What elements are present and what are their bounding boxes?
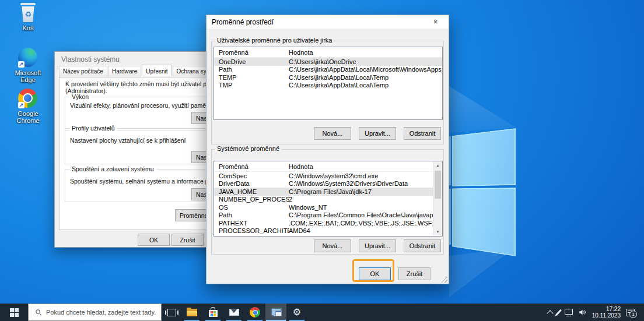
task-view-icon [167,309,176,316]
system-delete-button[interactable]: Odstranit [404,239,441,252]
wallpaper-logo-pane-top [452,128,516,186]
system-new-button[interactable]: Nová... [314,239,351,252]
taskbar-app-settings[interactable]: ⚙ [286,304,307,321]
var-value: C:\Windows\system32\cmd.exe [289,172,433,179]
var-value: 2 [289,196,433,203]
table-row[interactable]: Path C:\Program Files\Common Files\Oracl… [214,211,433,220]
var-value: C:\Program Files\Common Files\Oracle\Jav… [289,211,433,218]
edge-icon: ↗ [18,48,38,68]
settings-gear-icon: ⚙ [293,308,301,317]
scrollbar[interactable]: ▲ ▼ [433,161,442,236]
taskbar-app-store[interactable] [202,304,223,321]
table-row[interactable]: ComSpec C:\Windows\system32\cmd.exe [214,172,433,180]
table-row[interactable]: OS Windows_NT [214,203,433,211]
system-properties-icon [271,308,282,317]
taskbar-search-box[interactable] [28,304,162,321]
table-row-selected[interactable]: OneDrive C:\Users\jirka\OneDrive [214,58,442,66]
table-row[interactable]: TEMP C:\Users\jirka\AppData\Local\Temp [214,73,442,82]
env-cancel-button[interactable]: Zrušit [398,267,430,280]
microsoft-store-icon [209,310,218,317]
table-row[interactable]: TMP C:\Users\jirka\AppData\Local\Temp [214,82,442,90]
column-header: Proměnná [214,163,289,170]
taskbar-clock[interactable]: 17:22 10.11.2023 [592,306,621,319]
screen: ♻ Koš ↗ Microsoft Edge ↗ Google Chrome V… [0,0,644,321]
task-view-button[interactable] [162,304,181,321]
group-title: Výkon [69,93,91,100]
tab-hardware[interactable]: Hardware [108,66,141,77]
column-header: Proměnná [214,49,289,56]
var-name: TEMP [214,74,289,81]
search-input[interactable] [46,309,161,316]
table-row[interactable]: NUMBER_OF_PROCESSORS 2 [214,196,433,204]
var-value: C:\Windows\System32\Drivers\DriverData [289,180,433,187]
hidden-icons-chevron-icon[interactable] [547,310,553,316]
table-row-selected[interactable]: JAVA_HOME C:\Program Files\Java\jdk-17 [214,188,433,196]
tab-advanced[interactable]: Upřesnit [142,65,172,76]
user-new-button[interactable]: Nová... [314,127,351,140]
var-name: PATHEXT [214,220,289,227]
notification-badge: 1 [629,311,637,318]
chrome-icon [250,307,260,318]
scroll-up-icon[interactable]: ▲ [433,161,442,170]
tab-computer-name[interactable]: Název počítače [59,66,107,77]
var-value: C:\Users\jirka\AppData\Local\Microsoft\W… [289,66,442,73]
var-name: Path [214,211,289,218]
desktop-icon-label: Google [9,110,47,117]
network-icon[interactable] [565,309,573,315]
taskbar-app-file-explorer[interactable] [181,304,202,321]
windows-logo-icon [10,308,19,317]
taskbar-app-chrome[interactable] [244,304,265,321]
var-value: C:\Users\jirka\AppData\Local\Temp [289,82,442,89]
column-header: Hodnota [289,49,442,56]
var-value: Windows_NT [289,204,433,211]
group-title: Profily uživatelů [69,125,117,132]
desktop-icon-label: Koš [9,24,47,31]
titlebar[interactable]: Proměnné prostředí × [206,15,449,29]
action-center-icon[interactable]: 1 [626,309,635,316]
wallpaper-light-beam [449,86,516,133]
desktop-icon-edge[interactable]: ↗ Microsoft Edge [9,48,47,83]
environment-variables-window: Proměnné prostředí × Uživatelské proměnn… [206,15,449,284]
var-name: PROCESSOR_ARCHITECTURE [214,227,289,234]
var-value: C:\Program Files\Java\jdk-17 [289,188,433,195]
table-row[interactable]: DriverData C:\Windows\System32\Drivers\D… [214,180,433,188]
volume-icon[interactable] [578,308,587,316]
desktop-icon-label: Microsoft [9,69,47,76]
scrollbar-thumb[interactable] [435,171,441,199]
shortcut-arrow-icon: ↗ [18,61,24,68]
system-variables-buttons: Nová... Upravit... Odstranit [314,239,441,252]
scroll-down-icon[interactable]: ▼ [433,228,442,236]
desktop-icon-chrome[interactable]: ↗ Google Chrome [9,89,47,124]
table-row[interactable]: Path C:\Users\jirka\AppData\Local\Micros… [214,66,442,74]
desktop-icon-label: Edge [9,76,47,83]
taskbar-app-system-properties[interactable] [265,304,286,321]
recycle-bin-icon: ♻ [18,3,38,23]
var-value: C:\Users\jirka\OneDrive [289,58,442,65]
highlight-annotation [352,259,394,282]
var-value: C:\Users\jirka\AppData\Local\Temp [289,74,442,81]
column-header: Hodnota [289,163,433,170]
user-edit-button[interactable]: Upravit... [359,127,396,140]
sysprops-cancel-button[interactable]: Zrušit [172,234,204,246]
recycle-symbol-icon: ♻ [24,10,32,18]
clock-date: 10.11.2023 [592,312,621,319]
sysprops-ok-button[interactable]: OK [138,234,170,246]
desktop-icon-recycle-bin[interactable]: ♻ Koš [9,3,47,31]
table-row[interactable]: PROCESSOR_ARCHITECTURE AMD64 [214,227,433,235]
system-variables-table[interactable]: Proměnná Hodnota ComSpec C:\Windows\syst… [214,161,443,237]
var-value: .COM;.EXE;.BAT;.CMD;.VBS;.VBE;.JS;.JSE;.… [289,220,433,227]
user-variables-table[interactable]: Proměnná Hodnota OneDrive C:\Users\jirka… [214,47,443,120]
desktop-icon-label: Chrome [9,117,47,124]
table-row[interactable]: PATHEXT .COM;.EXE;.BAT;.CMD;.VBS;.VBE;.J… [214,219,433,227]
close-icon[interactable]: × [422,15,449,29]
group-title: Systémové proměnné [215,145,282,152]
pen-icon[interactable] [555,309,562,316]
taskbar-app-mail[interactable] [223,304,244,321]
search-icon [35,309,42,316]
resize-grip[interactable] [441,276,447,283]
system-edit-button[interactable]: Upravit... [359,239,396,252]
file-explorer-icon [187,309,197,316]
user-variables-buttons: Nová... Upravit... Odstranit [314,127,441,140]
start-button[interactable] [0,304,28,321]
user-delete-button[interactable]: Odstranit [404,127,441,140]
